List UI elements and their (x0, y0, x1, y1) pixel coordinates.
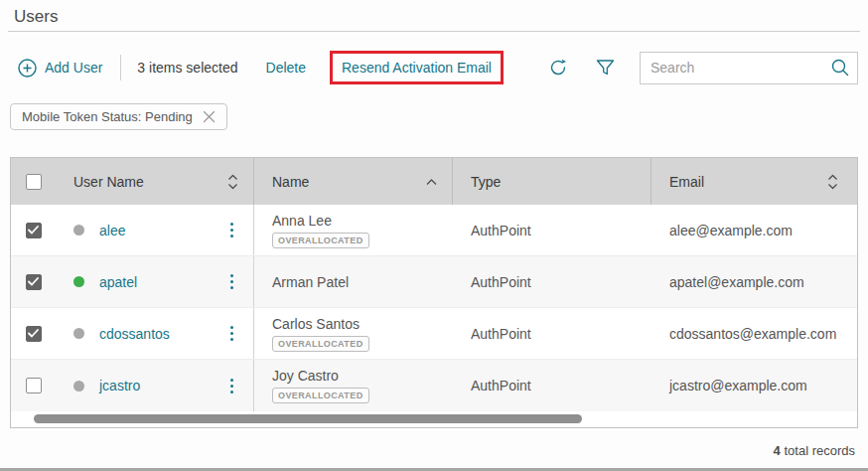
total-records: 4 total records (774, 443, 855, 458)
full-name: Carlos Santos (272, 316, 369, 332)
type-value: AuthPoint (471, 223, 531, 238)
title-divider (8, 31, 860, 32)
username-link[interactable]: cdossantos (99, 326, 170, 342)
column-header-name[interactable]: Name (254, 158, 453, 205)
select-all-checkbox[interactable] (26, 174, 42, 190)
add-user-button[interactable]: Add User (18, 59, 102, 78)
type-cell: AuthPoint (453, 256, 651, 307)
overallocated-badge: OVERALLOCATED (272, 336, 369, 352)
toolbar-right (547, 52, 858, 84)
add-user-label: Add User (45, 60, 102, 76)
type-value: AuthPoint (471, 326, 531, 342)
status-dot (73, 381, 84, 392)
refresh-button[interactable] (547, 57, 569, 78)
search-icon[interactable] (830, 58, 850, 78)
username-link[interactable]: jcastro (99, 378, 140, 393)
row-select-cell (11, 308, 56, 359)
column-label: Email (669, 174, 704, 190)
scrollbar-thumb[interactable] (34, 414, 582, 423)
filter-button[interactable] (595, 58, 616, 78)
email-cell: apatel@example.com (651, 256, 857, 307)
full-name: Joy Castro (272, 368, 369, 384)
row-menu-kebab-icon[interactable] (226, 322, 237, 345)
search-box (640, 52, 858, 84)
status-dot (73, 328, 84, 339)
email-value: apatel@example.com (669, 274, 804, 290)
header-select-cell (11, 158, 56, 205)
filter-chip-label: Mobile Token Status: Pending (22, 109, 193, 124)
row-select-cell (11, 256, 56, 307)
row-menu-kebab-icon[interactable] (226, 270, 237, 293)
name-cell: Carlos Santos OVERALLOCATED (254, 308, 453, 359)
selection-status: 3 items selected (137, 60, 237, 76)
delete-button[interactable]: Delete (266, 60, 306, 76)
status-dot (73, 276, 84, 287)
email-value: alee@example.com (669, 223, 793, 238)
annotation-highlight-box: Resend Activation Email (330, 51, 504, 84)
toolbar: Add User 3 items selected Delete Resend … (18, 50, 858, 85)
row-select-cell (11, 360, 56, 411)
username-cell: cdossantos (56, 308, 254, 359)
full-name: Anna Lee (272, 213, 369, 229)
type-value: AuthPoint (471, 274, 531, 290)
table-header: User Name Name Type Email (11, 158, 857, 205)
column-header-username[interactable]: User Name (56, 158, 254, 205)
sort-both-icon[interactable] (826, 173, 839, 191)
name-cell: Joy Castro OVERALLOCATED (254, 360, 453, 411)
email-cell: alee@example.com (651, 205, 857, 255)
type-value: AuthPoint (471, 378, 531, 393)
sort-ascending-icon[interactable] (425, 178, 438, 186)
email-value: jcastro@example.com (669, 378, 807, 393)
status-dot (73, 225, 84, 236)
name-cell: Anna Lee OVERALLOCATED (254, 205, 453, 255)
row-checkbox[interactable] (26, 378, 42, 393)
type-cell: AuthPoint (453, 360, 651, 411)
column-header-email[interactable]: Email (651, 158, 857, 205)
table-row: alee Anna Lee OVERALLOCATED AuthPoint al… (11, 205, 857, 256)
username-cell: jcastro (56, 360, 254, 411)
overallocated-badge: OVERALLOCATED (272, 233, 369, 248)
sort-both-icon[interactable] (226, 173, 239, 191)
horizontal-scrollbar (11, 411, 857, 427)
username-link[interactable]: alee (99, 223, 125, 238)
table-row: jcastro Joy Castro OVERALLOCATED AuthPoi… (11, 360, 857, 411)
full-name: Arman Patel (272, 274, 349, 290)
email-value: cdossantos@example.com (669, 326, 836, 342)
overallocated-badge: OVERALLOCATED (272, 388, 369, 403)
row-menu-kebab-icon[interactable] (226, 219, 237, 241)
username-cell: apatel (56, 256, 254, 307)
column-label: Name (272, 174, 309, 190)
row-checkbox[interactable] (26, 223, 42, 238)
type-cell: AuthPoint (453, 308, 651, 359)
filter-chip: Mobile Token Status: Pending (10, 103, 227, 130)
row-menu-kebab-icon[interactable] (226, 375, 237, 397)
row-checkbox[interactable] (26, 326, 42, 342)
name-cell: Arman Patel (254, 256, 453, 307)
row-select-cell (11, 205, 56, 255)
search-input[interactable] (651, 60, 830, 76)
chip-close-button[interactable] (203, 110, 216, 123)
funnel-icon (595, 58, 616, 78)
plus-circle-icon (18, 59, 37, 78)
username-cell: alee (56, 205, 254, 255)
email-cell: cdossantos@example.com (651, 308, 857, 359)
total-records-label: total records (781, 443, 855, 458)
username-link[interactable]: apatel (99, 274, 137, 290)
refresh-icon (547, 57, 569, 78)
type-cell: AuthPoint (453, 205, 651, 255)
column-header-type[interactable]: Type (453, 158, 651, 205)
table-row: cdossantos Carlos Santos OVERALLOCATED A… (11, 308, 857, 360)
resend-activation-email-button[interactable]: Resend Activation Email (342, 60, 492, 76)
table-row: apatel Arman Patel AuthPoint apatel@exam… (11, 256, 857, 308)
users-table: User Name Name Type Email alee (10, 157, 858, 428)
column-label: User Name (73, 174, 144, 190)
email-cell: jcastro@example.com (651, 360, 857, 411)
page-title: Users (14, 7, 58, 27)
row-checkbox[interactable] (26, 274, 42, 290)
toolbar-divider (120, 55, 121, 80)
close-icon (203, 110, 216, 123)
total-records-count: 4 (774, 443, 781, 458)
column-label: Type (471, 174, 501, 190)
